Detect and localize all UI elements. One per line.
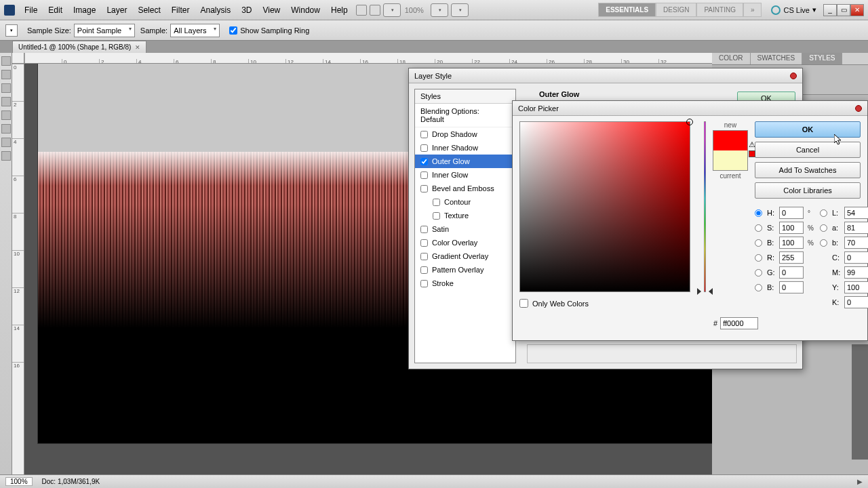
tab-styles[interactable]: STYLES [802, 53, 842, 64]
input-k[interactable] [844, 296, 868, 308]
workspace-essentials[interactable]: ESSENTIALS [598, 3, 656, 17]
gamut-warning-icon[interactable]: ⚠ [749, 140, 755, 149]
style-contour[interactable]: Contour [415, 195, 515, 209]
show-sampling-ring-input[interactable] [229, 26, 237, 35]
menu-window[interactable]: Window [285, 2, 326, 18]
style-outer-glow[interactable]: Outer Glow [415, 155, 515, 168]
layer-style-close-icon[interactable] [790, 73, 797, 79]
workspace-painting[interactable]: PAINTING [696, 3, 743, 17]
workspace-design[interactable]: DESIGN [656, 3, 696, 17]
ruler-origin[interactable] [12, 53, 24, 64]
menu-filter[interactable]: Filter [166, 2, 195, 18]
color-libraries-button[interactable]: Color Libraries [755, 182, 861, 199]
only-web-colors-input[interactable] [519, 299, 528, 308]
color-picker-close-icon[interactable] [855, 105, 862, 112]
tool-icon[interactable] [1, 124, 11, 134]
input-m[interactable] [844, 266, 868, 279]
input-y[interactable] [844, 281, 868, 293]
input-lab-b[interactable] [844, 237, 868, 249]
tool-icon[interactable] [1, 97, 11, 106]
menu-analysis[interactable]: Analysis [195, 2, 236, 18]
input-hex[interactable] [720, 317, 758, 329]
view-extras-dropdown[interactable] [383, 3, 401, 17]
tool-icon[interactable] [1, 70, 11, 79]
style-bevel-emboss[interactable]: Bevel and Emboss [415, 182, 515, 195]
menu-view[interactable]: View [257, 2, 285, 18]
radio-b[interactable] [755, 239, 762, 247]
tool-icon[interactable] [1, 56, 11, 66]
menu-image[interactable]: Image [68, 2, 101, 18]
hue-slider[interactable] [704, 121, 706, 292]
blending-options-row[interactable]: Blending Options: Default [415, 104, 515, 127]
ruler-horizontal[interactable]: 0246810121416182022242628303234 [24, 53, 712, 64]
radio-g[interactable] [755, 269, 762, 277]
style-satin[interactable]: Satin [415, 222, 515, 236]
menu-3d[interactable]: 3D [236, 2, 257, 18]
input-h[interactable] [779, 207, 804, 219]
status-menu-icon[interactable]: ▶ [857, 478, 863, 485]
tab-swatches[interactable]: SWATCHES [751, 53, 803, 64]
radio-a[interactable] [820, 224, 827, 232]
hue-slider-thumb-icon[interactable] [701, 291, 709, 292]
tool-icon[interactable] [1, 138, 11, 147]
color-field[interactable] [519, 121, 690, 292]
minimize-button[interactable]: _ [823, 4, 837, 16]
radio-blue[interactable] [755, 284, 762, 291]
styles-header[interactable]: Styles [415, 89, 515, 104]
input-a[interactable] [844, 222, 868, 234]
launch-bridge-icon[interactable] [356, 5, 367, 16]
style-inner-glow[interactable]: Inner Glow [415, 168, 515, 182]
menu-file[interactable]: File [19, 2, 43, 18]
sample-size-select[interactable]: Point Sample [74, 24, 135, 37]
radio-h[interactable] [755, 209, 762, 217]
radio-l[interactable] [820, 209, 827, 217]
input-c[interactable] [844, 251, 868, 264]
tab-color[interactable]: COLOR [712, 53, 751, 64]
sample-layers-select[interactable]: All Layers [170, 24, 220, 37]
cs-live-button[interactable]: CS Live ▾ [771, 5, 816, 15]
style-texture[interactable]: Texture [415, 209, 515, 222]
input-l[interactable] [844, 207, 868, 219]
radio-r[interactable] [755, 254, 762, 262]
workspace-more-icon[interactable]: » [743, 3, 762, 17]
input-s[interactable] [779, 222, 804, 234]
style-pattern-overlay[interactable]: Pattern Overlay [415, 263, 515, 277]
tool-icon[interactable] [1, 110, 11, 120]
input-r[interactable] [779, 251, 804, 264]
menu-help[interactable]: Help [326, 2, 353, 18]
tool-icon[interactable] [1, 83, 11, 93]
color-picker-titlebar[interactable]: Color Picker [513, 101, 867, 116]
screen-mode-dropdown[interactable] [451, 3, 469, 17]
current-color-swatch[interactable] [713, 150, 747, 170]
ruler-vertical[interactable]: 0246810121416 [12, 64, 24, 474]
websafe-warning-icon[interactable] [749, 150, 755, 157]
new-color-swatch[interactable] [713, 131, 747, 150]
color-picker-cancel-button[interactable]: Cancel [755, 142, 861, 158]
menu-edit[interactable]: Edit [43, 2, 68, 18]
document-tab[interactable]: Untitled-1 @ 100% (Shape 1, RGB/8) ✕ [12, 41, 146, 53]
launch-mbridge-icon[interactable] [370, 5, 380, 16]
color-picker-ok-button[interactable]: OK [755, 121, 861, 138]
only-web-colors-check[interactable]: Only Web Colors [519, 299, 697, 308]
style-stroke[interactable]: Stroke [415, 277, 515, 290]
radio-lb[interactable] [820, 239, 827, 247]
maximize-button[interactable]: ▭ [837, 4, 850, 16]
show-sampling-ring-check[interactable]: Show Sampling Ring [229, 26, 309, 35]
tool-preset-icon[interactable]: ▾ [5, 24, 18, 37]
style-drop-shadow[interactable]: Drop Shadow [415, 127, 515, 141]
status-zoom[interactable]: 100% [5, 477, 33, 486]
radio-s[interactable] [755, 224, 762, 232]
arrange-docs-dropdown[interactable] [431, 3, 448, 17]
style-color-overlay[interactable]: Color Overlay [415, 236, 515, 249]
input-blue[interactable] [779, 281, 804, 293]
input-bright[interactable] [779, 237, 804, 249]
menu-layer[interactable]: Layer [101, 2, 132, 18]
close-tab-icon[interactable]: ✕ [135, 44, 140, 51]
input-g[interactable] [779, 266, 804, 279]
add-to-swatches-button[interactable]: Add To Swatches [755, 162, 861, 178]
panel-scrollbar[interactable] [852, 344, 868, 460]
menu-select[interactable]: Select [132, 2, 165, 18]
close-button[interactable]: ✕ [850, 4, 864, 16]
style-gradient-overlay[interactable]: Gradient Overlay [415, 249, 515, 263]
layer-style-titlebar[interactable]: Layer Style [409, 68, 802, 83]
